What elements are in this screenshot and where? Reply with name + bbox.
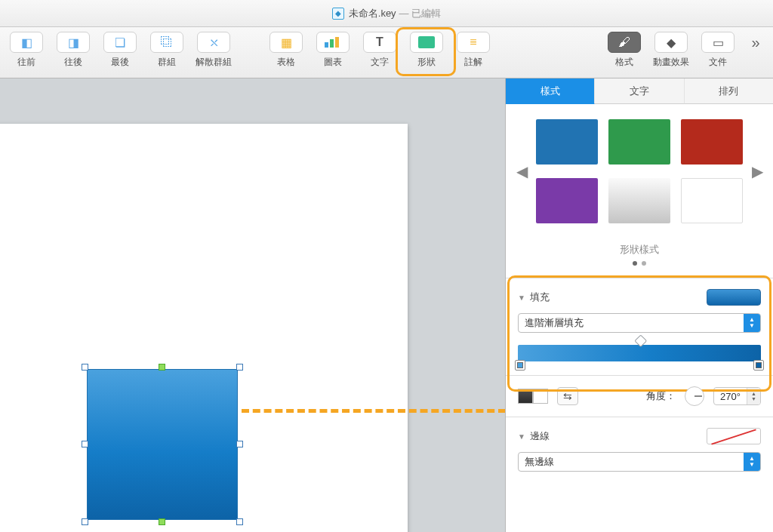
svg-rect-2 (335, 37, 339, 48)
angle-field[interactable]: 270° ▲▼ (713, 387, 761, 405)
animate-inspector-button[interactable]: ◆ 動畫效果 (651, 32, 691, 69)
shape-icon (410, 32, 443, 53)
format-label: 格式 (615, 56, 633, 69)
shape-styles-section: ◀ ▶ 形狀樣式 (506, 104, 773, 278)
page-dot-2[interactable] (642, 261, 646, 266)
window-titlebar: ◆ 未命名.key — 已編輯 (0, 0, 773, 27)
send-to-back-label: 最後 (111, 56, 129, 69)
document-rect-icon: ▭ (701, 32, 735, 53)
svg-rect-1 (330, 39, 334, 48)
document-inspector-button[interactable]: ▭ 文件 (698, 32, 738, 69)
style-swatch-purple[interactable] (536, 178, 598, 223)
format-icon: 🖌 (608, 32, 641, 53)
shape-label: 形狀 (417, 56, 436, 69)
border-type-value: 無邊線 (519, 455, 744, 469)
shape-styles-caption: 形狀樣式 (506, 243, 773, 257)
fill-section-title: 填充 (530, 291, 550, 304)
text-icon: T (363, 32, 396, 53)
gradient-type-radial-button[interactable] (533, 389, 548, 404)
tab-text[interactable]: 文字 (595, 78, 684, 104)
fill-section: ▼ 填充 進階漸層填充 ▲▼ (506, 278, 773, 376)
select-stepper-icon: ▲▼ (744, 453, 760, 471)
style-swatch-grad[interactable] (608, 178, 670, 223)
fill-type-value: 進階漸層填充 (519, 316, 744, 330)
document-label: 文件 (709, 56, 727, 69)
table-button[interactable]: ▦ 表格 (266, 32, 306, 69)
ungroup-label: 解散群組 (196, 56, 232, 69)
textbox-button[interactable]: T 文字 (359, 32, 400, 69)
send-backward-label: 往後 (64, 56, 82, 69)
gradient-stop-end[interactable] (753, 360, 764, 371)
document-edited-state: — 已編輯 (399, 7, 442, 20)
select-stepper-icon: ▲▼ (744, 314, 760, 332)
flip-gradient-button[interactable]: ⇆ (557, 387, 578, 405)
styles-prev-button[interactable]: ◀ (515, 161, 528, 182)
page-dot-1[interactable] (633, 261, 637, 266)
tab-arrange[interactable]: 排列 (685, 78, 773, 104)
bring-forward-label: 往前 (17, 56, 35, 69)
style-swatch-white[interactable] (681, 178, 743, 223)
fill-disclosure-icon[interactable]: ▼ (518, 294, 525, 302)
text-label: 文字 (371, 56, 389, 69)
border-type-select[interactable]: 無邊線 ▲▼ (518, 452, 761, 472)
border-preview-swatch[interactable] (707, 428, 761, 444)
note-button[interactable]: ≡ 註解 (453, 32, 494, 69)
table-icon: ▦ (269, 32, 303, 53)
toolbar: ◧ 往前 ◨ 往後 ❏ 最後 ⿻ 群組 ⤬ 解散群組 ▦ 表格 圖表 (0, 27, 773, 78)
format-inspector: 樣式 文字 排列 ◀ ▶ 形狀樣式 (505, 78, 773, 532)
chart-label: 圖表 (324, 56, 342, 69)
document-title: 未命名.key (349, 7, 396, 20)
ungroup-button[interactable]: ⤬ 解散群組 (193, 32, 234, 69)
bring-forward-icon: ◧ (10, 32, 43, 53)
style-swatch-blue[interactable] (536, 119, 598, 165)
table-label: 表格 (277, 56, 295, 69)
border-section-title: 邊線 (530, 429, 550, 443)
styles-next-button[interactable]: ▶ (750, 161, 764, 182)
selected-shape[interactable] (87, 369, 238, 520)
fill-preview-swatch[interactable] (707, 289, 761, 306)
bring-forward-button[interactable]: ◧ 往前 (6, 32, 47, 69)
note-icon: ≡ (457, 32, 490, 53)
send-to-back-icon: ❏ (103, 32, 137, 53)
angle-value: 270° (714, 391, 747, 402)
angle-knob[interactable] (685, 386, 704, 406)
border-disclosure-icon[interactable]: ▼ (518, 432, 525, 441)
send-to-back-button[interactable]: ❏ 最後 (100, 32, 140, 69)
send-backward-button[interactable]: ◨ 往後 (53, 32, 94, 69)
animate-icon: ◆ (654, 32, 688, 53)
style-swatch-green[interactable] (608, 119, 670, 165)
fill-type-select[interactable]: 進階漸層填充 ▲▼ (518, 313, 761, 333)
group-label: 群組 (158, 56, 176, 69)
format-inspector-button[interactable]: 🖌 格式 (604, 32, 645, 69)
ungroup-icon: ⤬ (197, 32, 230, 53)
gradient-type-linear-button[interactable] (518, 389, 533, 404)
chart-icon (316, 32, 350, 53)
note-label: 註解 (464, 56, 482, 69)
group-button[interactable]: ⿻ 群組 (146, 32, 187, 69)
svg-rect-0 (325, 42, 328, 48)
angle-label: 角度： (646, 389, 676, 403)
styles-page-dots (506, 261, 773, 266)
border-section: ▼ 邊線 無邊線 ▲▼ (506, 417, 773, 482)
gradient-editor[interactable] (518, 345, 761, 361)
group-icon: ⿻ (150, 32, 183, 53)
inspector-tabs: 樣式 文字 排列 (506, 78, 773, 104)
chart-button[interactable]: 圖表 (313, 32, 353, 69)
gradient-midpoint-handle[interactable] (634, 334, 647, 347)
shape-button[interactable]: 形狀 (406, 32, 447, 69)
gradient-stop-start[interactable] (515, 360, 525, 371)
toolbar-overflow-button[interactable]: » (744, 32, 767, 53)
tab-style[interactable]: 樣式 (506, 78, 595, 104)
animate-label: 動畫效果 (653, 56, 689, 69)
document-icon: ◆ (332, 8, 344, 20)
angle-stepper-icon: ▲▼ (747, 388, 760, 404)
style-swatch-red[interactable] (681, 119, 743, 165)
send-backward-icon: ◨ (57, 32, 90, 53)
gradient-angle-row: ⇆ 角度： 270° ▲▼ (506, 376, 773, 417)
slide-canvas[interactable] (0, 78, 505, 532)
